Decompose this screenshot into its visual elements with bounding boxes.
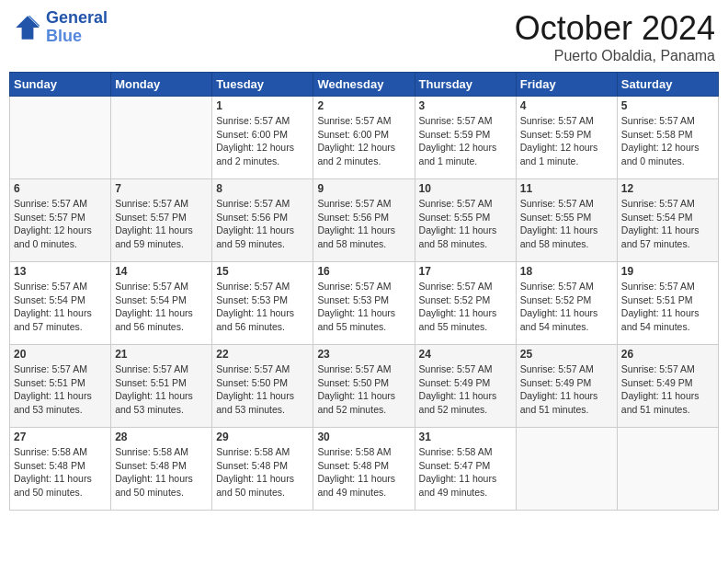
logo-icon [13,13,42,42]
weekday-header-sunday: Sunday [10,73,111,97]
day-number: 8 [216,182,309,195]
day-number: 26 [621,348,714,361]
day-number: 7 [115,182,208,195]
calendar-cell: 6Sunrise: 5:57 AM Sunset: 5:57 PM Daylig… [10,179,111,262]
weekday-header-wednesday: Wednesday [313,73,415,97]
weekday-header-thursday: Thursday [415,73,516,97]
day-number: 5 [621,99,714,112]
day-info: Sunrise: 5:57 AM Sunset: 5:51 PM Dayligh… [621,280,714,334]
day-number: 24 [419,348,512,361]
day-info: Sunrise: 5:57 AM Sunset: 5:56 PM Dayligh… [317,197,410,251]
calendar-cell: 23Sunrise: 5:57 AM Sunset: 5:50 PM Dayli… [313,345,415,428]
day-info: Sunrise: 5:57 AM Sunset: 5:51 PM Dayligh… [115,362,208,417]
calendar-cell: 13Sunrise: 5:57 AM Sunset: 5:54 PM Dayli… [10,262,111,345]
day-number: 17 [419,265,512,278]
weekday-header-saturday: Saturday [617,73,718,97]
calendar-cell: 29Sunrise: 5:58 AM Sunset: 5:48 PM Dayli… [212,428,313,511]
day-info: Sunrise: 5:57 AM Sunset: 5:53 PM Dayligh… [216,280,309,334]
calendar-header: SundayMondayTuesdayWednesdayThursdayFrid… [10,73,719,97]
day-number: 13 [14,265,107,278]
day-number: 15 [216,265,309,278]
day-number: 23 [317,348,410,361]
day-info: Sunrise: 5:57 AM Sunset: 5:59 PM Dayligh… [520,114,613,168]
calendar-cell: 15Sunrise: 5:57 AM Sunset: 5:53 PM Dayli… [212,262,313,345]
calendar-cell: 4Sunrise: 5:57 AM Sunset: 5:59 PM Daylig… [516,97,617,179]
day-info: Sunrise: 5:57 AM Sunset: 5:49 PM Dayligh… [419,362,512,417]
day-info: Sunrise: 5:57 AM Sunset: 5:49 PM Dayligh… [621,362,714,417]
calendar-cell: 7Sunrise: 5:57 AM Sunset: 5:57 PM Daylig… [111,179,212,262]
day-number: 4 [520,99,613,112]
day-number: 12 [621,182,714,195]
day-number: 22 [216,348,309,361]
day-info: Sunrise: 5:58 AM Sunset: 5:47 PM Dayligh… [419,445,512,500]
weekday-header-monday: Monday [111,73,212,97]
page-header: GeneralBlue October 2024 Puerto Obaldia,… [9,9,719,64]
day-number: 16 [317,265,410,278]
day-info: Sunrise: 5:57 AM Sunset: 5:54 PM Dayligh… [621,197,714,251]
calendar-week-3: 13Sunrise: 5:57 AM Sunset: 5:54 PM Dayli… [10,262,719,345]
day-info: Sunrise: 5:58 AM Sunset: 5:48 PM Dayligh… [317,445,410,500]
day-info: Sunrise: 5:57 AM Sunset: 5:58 PM Dayligh… [621,114,714,168]
calendar-cell: 16Sunrise: 5:57 AM Sunset: 5:53 PM Dayli… [313,262,415,345]
day-number: 3 [419,99,512,112]
day-info: Sunrise: 5:58 AM Sunset: 5:48 PM Dayligh… [14,445,107,500]
day-number: 30 [317,431,410,443]
calendar-table: SundayMondayTuesdayWednesdayThursdayFrid… [9,72,719,511]
calendar-week-1: 1Sunrise: 5:57 AM Sunset: 6:00 PM Daylig… [10,97,719,179]
day-info: Sunrise: 5:57 AM Sunset: 5:59 PM Dayligh… [419,114,512,168]
calendar-cell: 30Sunrise: 5:58 AM Sunset: 5:48 PM Dayli… [313,428,415,511]
day-info: Sunrise: 5:57 AM Sunset: 5:49 PM Dayligh… [520,362,613,417]
day-info: Sunrise: 5:57 AM Sunset: 5:55 PM Dayligh… [419,197,512,251]
logo: GeneralBlue [13,9,108,46]
calendar-cell: 22Sunrise: 5:57 AM Sunset: 5:50 PM Dayli… [212,345,313,428]
calendar-week-2: 6Sunrise: 5:57 AM Sunset: 5:57 PM Daylig… [10,179,719,262]
title-block: October 2024 Puerto Obaldia, Panama [515,9,715,64]
day-info: Sunrise: 5:57 AM Sunset: 6:00 PM Dayligh… [216,114,309,168]
weekday-header-friday: Friday [516,73,617,97]
day-number: 28 [115,431,208,443]
calendar-cell: 9Sunrise: 5:57 AM Sunset: 5:56 PM Daylig… [313,179,415,262]
calendar-cell: 19Sunrise: 5:57 AM Sunset: 5:51 PM Dayli… [617,262,718,345]
calendar-cell: 17Sunrise: 5:57 AM Sunset: 5:52 PM Dayli… [415,262,516,345]
calendar-cell [10,97,111,179]
day-info: Sunrise: 5:57 AM Sunset: 5:57 PM Dayligh… [14,197,107,251]
calendar-cell [111,97,212,179]
day-info: Sunrise: 5:57 AM Sunset: 5:52 PM Dayligh… [419,280,512,334]
calendar-cell: 26Sunrise: 5:57 AM Sunset: 5:49 PM Dayli… [617,345,718,428]
calendar-cell: 14Sunrise: 5:57 AM Sunset: 5:54 PM Dayli… [111,262,212,345]
day-info: Sunrise: 5:57 AM Sunset: 5:50 PM Dayligh… [317,362,410,417]
day-number: 21 [115,348,208,361]
calendar-cell: 10Sunrise: 5:57 AM Sunset: 5:55 PM Dayli… [415,179,516,262]
calendar-cell: 18Sunrise: 5:57 AM Sunset: 5:52 PM Dayli… [516,262,617,345]
calendar-cell: 27Sunrise: 5:58 AM Sunset: 5:48 PM Dayli… [10,428,111,511]
calendar-cell [617,428,718,511]
calendar-cell: 12Sunrise: 5:57 AM Sunset: 5:54 PM Dayli… [617,179,718,262]
day-info: Sunrise: 5:57 AM Sunset: 5:50 PM Dayligh… [216,362,309,417]
day-info: Sunrise: 5:57 AM Sunset: 5:51 PM Dayligh… [14,362,107,417]
day-number: 25 [520,348,613,361]
calendar-cell: 11Sunrise: 5:57 AM Sunset: 5:55 PM Dayli… [516,179,617,262]
day-info: Sunrise: 5:57 AM Sunset: 5:55 PM Dayligh… [520,197,613,251]
calendar-cell: 3Sunrise: 5:57 AM Sunset: 5:59 PM Daylig… [415,97,516,179]
day-info: Sunrise: 5:57 AM Sunset: 5:54 PM Dayligh… [14,280,107,334]
day-number: 18 [520,265,613,278]
calendar-cell: 20Sunrise: 5:57 AM Sunset: 5:51 PM Dayli… [10,345,111,428]
day-number: 6 [14,182,107,195]
day-info: Sunrise: 5:57 AM Sunset: 5:56 PM Dayligh… [216,197,309,251]
calendar-cell: 25Sunrise: 5:57 AM Sunset: 5:49 PM Dayli… [516,345,617,428]
day-info: Sunrise: 5:57 AM Sunset: 5:57 PM Dayligh… [115,197,208,251]
calendar-cell: 8Sunrise: 5:57 AM Sunset: 5:56 PM Daylig… [212,179,313,262]
calendar-cell: 28Sunrise: 5:58 AM Sunset: 5:48 PM Dayli… [111,428,212,511]
calendar-cell: 2Sunrise: 5:57 AM Sunset: 6:00 PM Daylig… [313,97,415,179]
location-subtitle: Puerto Obaldia, Panama [515,48,715,64]
calendar-cell: 24Sunrise: 5:57 AM Sunset: 5:49 PM Dayli… [415,345,516,428]
day-number: 29 [216,431,309,443]
day-info: Sunrise: 5:57 AM Sunset: 6:00 PM Dayligh… [317,114,410,168]
svg-marker-0 [16,16,40,40]
weekday-header-tuesday: Tuesday [212,73,313,97]
day-number: 14 [115,265,208,278]
day-info: Sunrise: 5:57 AM Sunset: 5:52 PM Dayligh… [520,280,613,334]
calendar-cell: 1Sunrise: 5:57 AM Sunset: 6:00 PM Daylig… [212,97,313,179]
calendar-week-5: 27Sunrise: 5:58 AM Sunset: 5:48 PM Dayli… [10,428,719,511]
calendar-cell [516,428,617,511]
